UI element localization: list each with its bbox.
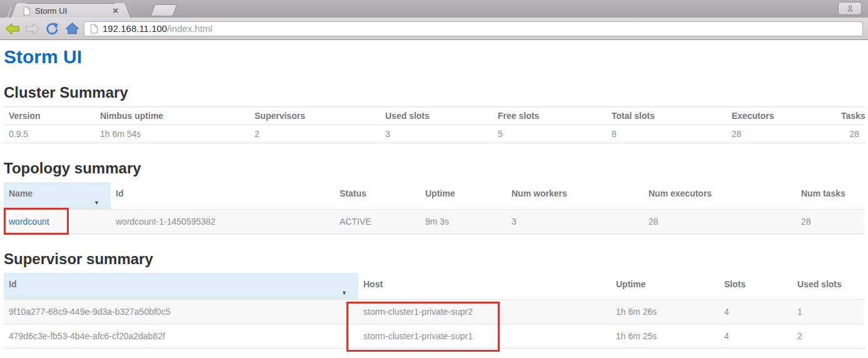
col-id-sorted[interactable]: Id ▼ xyxy=(4,273,358,300)
cell-nimbus-uptime: 1h 6m 54s xyxy=(95,125,250,143)
url-path: /index.html xyxy=(167,23,213,34)
table-row: wordcount wordcount-1-1450595382 ACTIVE … xyxy=(4,209,864,233)
col-num-workers[interactable]: Num workers xyxy=(507,182,643,209)
cell-uptime: 1h 6m 26s xyxy=(611,300,719,324)
cell-executors: 28 xyxy=(727,125,836,143)
tab-storm-ui[interactable]: Storm UI × xyxy=(18,3,124,18)
cluster-summary-table: Version Nimbus uptime Supervisors Used s… xyxy=(4,106,864,143)
forward-button[interactable] xyxy=(24,20,41,37)
cell-slots: 4 xyxy=(719,300,792,324)
new-tab-button[interactable] xyxy=(151,4,178,16)
person-icon xyxy=(845,4,855,13)
cell-status: ACTIVE xyxy=(335,209,420,233)
col-status[interactable]: Status xyxy=(335,182,420,209)
cell-num-executors: 28 xyxy=(643,209,796,233)
cell-used-slots: 2 xyxy=(792,324,864,349)
reload-button[interactable] xyxy=(44,20,61,37)
tab-stub xyxy=(0,8,12,18)
col-supervisors: Supervisors xyxy=(250,107,380,125)
table-header-row: Version Nimbus uptime Supervisors Used s… xyxy=(4,107,864,125)
topology-summary-heading: Topology summary xyxy=(4,160,864,177)
profile-button[interactable] xyxy=(838,2,862,15)
supervisor-summary-heading: Supervisor summary xyxy=(4,250,864,268)
col-nimbus-uptime: Nimbus uptime xyxy=(95,107,250,125)
home-button[interactable] xyxy=(64,20,81,37)
back-arrow-icon xyxy=(4,21,21,37)
cell-host: storm-cluster1-private-supr2 xyxy=(358,300,611,324)
supervisor-summary-table: Id ▼ Host Uptime Slots Used slots 9f10a2… xyxy=(4,273,864,349)
storm-ui-page: Storm UI Cluster Summary Version Nimbus … xyxy=(0,46,868,349)
topology-summary-table: Name ▼ Id Status Uptime Num workers Num … xyxy=(4,182,864,234)
table-header-row: Name ▼ Id Status Uptime Num workers Num … xyxy=(4,182,864,209)
back-button[interactable] xyxy=(4,20,21,37)
home-icon xyxy=(65,21,79,36)
browser-toolbar: 192.168.11.100/index.html xyxy=(0,18,868,40)
col-executors: Executors xyxy=(727,107,836,125)
col-num-executors[interactable]: Num executors xyxy=(643,182,796,209)
col-uptime[interactable]: Uptime xyxy=(611,273,719,300)
cell-uptime: 1h 6m 25s xyxy=(611,324,719,349)
table-row: 479d6c3e-fb53-4b4e-afc6-cf20a2dab82f sto… xyxy=(4,324,864,349)
col-num-tasks[interactable]: Num tasks xyxy=(796,182,864,209)
col-uptime[interactable]: Uptime xyxy=(420,182,507,209)
col-free-slots: Free slots xyxy=(493,107,607,125)
cell-slots: 4 xyxy=(719,324,792,349)
url-host: 192.168.11.100 xyxy=(103,23,167,34)
sort-desc-icon: ▼ xyxy=(341,290,347,296)
cell-version: 0.9.5 xyxy=(4,125,95,143)
col-used-slots[interactable]: Used slots xyxy=(792,273,864,300)
cell-supervisors: 2 xyxy=(250,125,380,143)
cell-num-tasks: 28 xyxy=(796,209,864,233)
table-header-row: Id ▼ Host Uptime Slots Used slots xyxy=(4,273,864,300)
col-used-slots: Used slots xyxy=(380,107,493,125)
col-tasks: Tasks xyxy=(836,107,864,125)
cell-host: storm-cluster1-private-supr1 xyxy=(358,324,611,349)
cell-total-slots: 8 xyxy=(607,125,727,143)
col-total-slots: Total slots xyxy=(607,107,727,125)
tab-close-icon[interactable]: × xyxy=(113,6,118,15)
cell-supervisor-id: 479d6c3e-fb53-4b4e-afc6-cf20a2dab82f xyxy=(4,324,358,349)
tab-title: Storm UI xyxy=(35,6,108,16)
col-host[interactable]: Host xyxy=(358,273,611,300)
url-doc-icon xyxy=(90,24,98,34)
reload-icon xyxy=(45,21,59,36)
forward-arrow-icon xyxy=(24,21,41,37)
cell-used-slots: 3 xyxy=(380,125,493,143)
cell-uptime: 9m 3s xyxy=(420,209,507,233)
cell-topology-id: wordcount-1-1450595382 xyxy=(111,209,335,233)
col-id[interactable]: Id xyxy=(111,182,335,209)
cluster-summary-heading: Cluster Summary xyxy=(4,84,864,101)
col-slots[interactable]: Slots xyxy=(719,273,792,300)
page-doc-icon xyxy=(23,6,31,16)
sort-desc-icon: ▼ xyxy=(94,200,99,206)
cell-topology-name: wordcount xyxy=(4,209,111,233)
topology-link-wordcount[interactable]: wordcount xyxy=(9,217,49,227)
address-bar[interactable]: 192.168.11.100/index.html xyxy=(84,21,863,36)
browser-tab-strip: Storm UI × xyxy=(0,0,868,18)
cell-supervisor-id: 9f10a277-68c9-449e-9d3a-b327a50bf0c5 xyxy=(4,300,358,324)
col-name-sorted[interactable]: Name ▼ xyxy=(4,182,111,209)
table-row: 9f10a277-68c9-449e-9d3a-b327a50bf0c5 sto… xyxy=(4,300,864,324)
col-version: Version xyxy=(4,107,95,125)
cell-num-workers: 3 xyxy=(507,209,643,233)
cell-tasks: 28 xyxy=(836,125,864,143)
page-title[interactable]: Storm UI xyxy=(4,46,864,68)
table-row: 0.9.5 1h 6m 54s 2 3 5 8 28 28 xyxy=(4,125,864,143)
cell-used-slots: 1 xyxy=(792,300,864,324)
cell-free-slots: 5 xyxy=(493,125,607,143)
